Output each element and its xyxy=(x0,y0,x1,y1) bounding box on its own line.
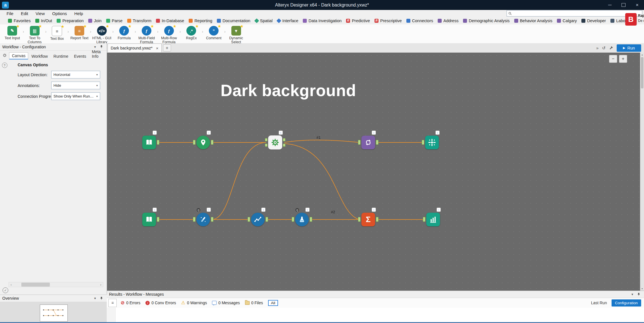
menu-view[interactable]: View xyxy=(32,11,48,16)
tab-close-icon[interactable]: × xyxy=(156,46,159,51)
filter-0-conv-errors[interactable]: i0 Conv Errors xyxy=(145,301,176,305)
scroll-up-icon[interactable]: ▴ xyxy=(640,53,644,57)
anchor-badge-icon[interactable]: ↕ xyxy=(435,131,440,135)
category-interface[interactable]: Interface xyxy=(275,18,301,23)
dropdown-connection-progress[interactable]: Show Only When Running▾ xyxy=(51,92,100,100)
config-tab-meta-info[interactable]: Meta Info xyxy=(89,49,104,59)
tool-browse[interactable]: ↕ xyxy=(426,213,440,226)
last-run-button[interactable]: Last Run xyxy=(591,301,607,305)
overview-pin-icon[interactable] xyxy=(98,297,104,300)
config-tab-runtime[interactable]: Runtime xyxy=(51,53,71,59)
input-anchor[interactable] xyxy=(422,140,424,145)
results-pin-icon[interactable] xyxy=(635,293,642,296)
filter-0-messages[interactable]: 0 Messages xyxy=(212,301,240,305)
config-tab-canvas[interactable]: Canvas xyxy=(9,52,28,59)
scroll-left-icon[interactable]: ‹ xyxy=(9,283,13,286)
category-calgary[interactable]: Calgary xyxy=(555,18,579,23)
input-anchor[interactable] xyxy=(358,140,361,145)
tool-input-data-2[interactable]: ↕ xyxy=(142,213,156,226)
anchor-badge-icon[interactable]: ↕ xyxy=(372,131,376,135)
filter-0-warnings[interactable]: ⚠0 Warnings xyxy=(181,301,207,305)
zoom-out-button[interactable]: − xyxy=(609,55,617,63)
configuration-button[interactable]: Configuration xyxy=(612,299,641,307)
scroll-track[interactable] xyxy=(13,282,98,287)
vertical-scroll-thumb[interactable] xyxy=(641,57,643,88)
output-anchor[interactable] xyxy=(266,217,268,222)
category-in-database[interactable]: In-Database xyxy=(154,18,186,23)
run-button[interactable]: ▶ Run xyxy=(617,44,641,52)
config-horizontal-scrollbar[interactable]: ‹ › xyxy=(9,282,103,287)
palette-text-to-columns[interactable]: |||★Text To Columns xyxy=(24,26,45,44)
filter-all-button[interactable]: All xyxy=(268,300,278,306)
wrench-icon[interactable] xyxy=(609,46,613,50)
anchor-badge-icon[interactable]: ↕ xyxy=(437,208,441,212)
tool-arrange[interactable]: ↕ xyxy=(361,136,375,149)
notification-flyout[interactable]: B Rap De u xyxy=(625,13,644,26)
anchor-badge-icon[interactable]: ↕ xyxy=(279,131,283,135)
palette-dynamic-select[interactable]: ▼★Dynamic Select xyxy=(226,26,247,44)
anchor-badge-icon[interactable]: ↕ xyxy=(153,131,157,135)
input-anchor[interactable] xyxy=(292,217,294,222)
category-spatial[interactable]: Spatial xyxy=(253,18,275,23)
tool-summarize[interactable]: Σ↕ xyxy=(361,213,375,226)
config-tab-events[interactable]: Events xyxy=(71,53,89,59)
input-anchor[interactable] xyxy=(265,138,268,141)
category-demographic-analysis[interactable]: Demographic Analysis xyxy=(461,18,512,23)
output-anchor[interactable] xyxy=(310,217,312,222)
overview-chevron-icon[interactable]: ▾ xyxy=(92,296,98,300)
tool-input-data-1[interactable]: ↕ xyxy=(142,136,156,149)
overview-minimap[interactable] xyxy=(0,302,107,322)
minimize-button[interactable]: ─ xyxy=(603,0,617,10)
output-anchor[interactable] xyxy=(283,144,285,147)
input-anchor[interactable] xyxy=(248,217,250,222)
config-tab-workflow[interactable]: Workflow xyxy=(29,53,50,59)
dropdown-layout-direction[interactable]: Horizontal▾ xyxy=(51,71,100,78)
anchor-badge-icon[interactable]: ↕ xyxy=(372,208,376,212)
output-anchor[interactable] xyxy=(157,217,159,222)
input-anchor[interactable] xyxy=(193,217,196,222)
palette-text-box[interactable]: ≡★Text Box xyxy=(46,26,67,41)
collapse-chevron-icon[interactable]: ▾ xyxy=(92,45,98,49)
zoom-in-button[interactable]: + xyxy=(619,55,627,63)
help-icon[interactable]: ? xyxy=(2,63,7,68)
anchor-badge-icon[interactable]: ↕ xyxy=(207,208,211,212)
menu-edit[interactable]: Edit xyxy=(17,11,32,16)
new-tab-button[interactable]: + xyxy=(163,44,171,51)
category-documentation[interactable]: Documentation xyxy=(215,18,253,23)
dropdown-annotations[interactable]: Hide▾ xyxy=(51,82,100,89)
category-predictive[interactable]: RPredictive xyxy=(344,18,372,23)
history-icon[interactable]: ↺ xyxy=(602,45,606,51)
category-address[interactable]: Address xyxy=(435,18,461,23)
palette-formula[interactable]: ƒ★Formula xyxy=(114,26,135,40)
category-join[interactable]: Join xyxy=(86,18,104,23)
category-favorites[interactable]: Favorites xyxy=(6,18,33,23)
anchor-badge-icon[interactable]: ↕ xyxy=(305,208,310,212)
category-prescriptive[interactable]: RPrescriptive xyxy=(372,18,404,23)
overflow-chevrons-icon[interactable]: » xyxy=(596,45,598,50)
category-data-investigation[interactable]: Data Investigation xyxy=(301,18,344,23)
tool-science-tube[interactable]: Q↕ xyxy=(196,213,210,226)
output-anchor[interactable] xyxy=(376,140,378,145)
minimap-viewport[interactable] xyxy=(40,305,68,322)
search-box[interactable] xyxy=(507,10,642,16)
category-in-out[interactable]: In/Out xyxy=(33,18,55,23)
output-anchor[interactable] xyxy=(211,217,213,222)
quality-badge-icon[interactable]: Q xyxy=(197,208,200,212)
palette-text-input[interactable]: ✎★Text Input xyxy=(2,26,23,40)
output-anchor[interactable] xyxy=(211,140,213,145)
notification-badge[interactable]: B xyxy=(625,13,637,26)
output-anchor[interactable] xyxy=(376,217,378,222)
workflow-canvas[interactable]: Dark background #1 #2 ↕↕↕↕↕↕Q↕↕Q↕Σ↕↕ − + xyxy=(107,53,640,291)
output-anchor[interactable] xyxy=(283,138,285,141)
close-button[interactable]: × xyxy=(630,0,644,10)
tool-lab-flask[interactable]: Q↕ xyxy=(295,213,309,226)
category-behavior-analysis[interactable]: Behavior Analysis xyxy=(512,18,555,23)
category-parse[interactable]: Parse xyxy=(104,18,125,23)
canvas-vertical-scrollbar[interactable]: ▴ ▾ xyxy=(640,53,644,291)
tool-spatial-process[interactable]: ↕ xyxy=(425,136,439,149)
category-transform[interactable]: Transform xyxy=(125,18,154,23)
anchor-badge-icon[interactable]: ↕ xyxy=(261,208,266,212)
anchor-badge-icon[interactable]: ↕ xyxy=(153,208,157,212)
pin-icon[interactable] xyxy=(98,45,104,49)
input-anchor[interactable] xyxy=(193,140,196,145)
